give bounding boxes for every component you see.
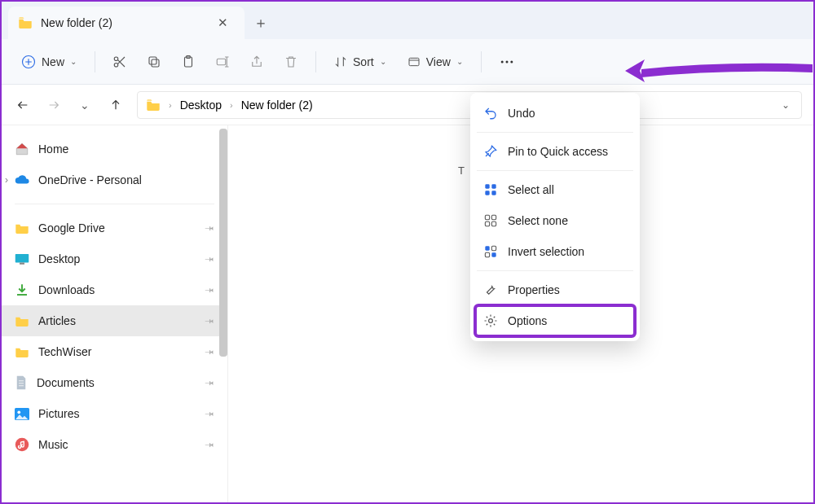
sidebar-item-documents[interactable]: Documents 📌︎ — [2, 367, 227, 398]
forward-button[interactable] — [44, 95, 64, 115]
breadcrumb-item[interactable]: New folder (2) — [241, 99, 313, 112]
rename-button[interactable] — [208, 50, 237, 74]
separator — [95, 51, 95, 72]
svg-rect-7 — [217, 59, 226, 65]
pin-icon: 📌︎ — [202, 437, 217, 452]
menu-item-select-none[interactable]: Select none — [475, 205, 635, 236]
svg-rect-18 — [491, 184, 496, 188]
sort-label: Sort — [353, 55, 374, 68]
view-button[interactable]: View ⌄ — [399, 50, 471, 73]
separator — [481, 51, 482, 72]
breadcrumb-item[interactable]: Desktop — [180, 99, 222, 112]
cut-button[interactable] — [105, 50, 134, 74]
sort-button[interactable]: Sort ⌄ — [326, 50, 394, 73]
select-none-icon — [483, 213, 498, 228]
chevron-down-icon: ⌄ — [70, 57, 77, 66]
menu-item-properties[interactable]: Properties — [475, 274, 635, 305]
folder-icon — [15, 346, 29, 357]
sidebar: Home OneDrive - Personal Google Drive 📌︎… — [2, 125, 228, 502]
copy-button[interactable] — [139, 50, 169, 74]
svg-rect-3 — [152, 59, 159, 67]
svg-point-10 — [505, 60, 508, 63]
sidebar-item-onedrive[interactable]: OneDrive - Personal — [2, 164, 227, 195]
svg-rect-8 — [409, 58, 419, 65]
back-button[interactable] — [13, 95, 33, 115]
sidebar-item-label: Music — [38, 438, 68, 451]
up-button[interactable] — [106, 95, 126, 115]
music-icon — [15, 437, 29, 452]
desktop-icon — [15, 253, 29, 265]
menu-item-label: Select none — [508, 214, 568, 227]
address-dropdown-button[interactable]: ⌄ — [778, 96, 793, 114]
chevron-down-icon: ⌄ — [456, 57, 463, 66]
svg-point-9 — [500, 60, 503, 63]
sidebar-item-label: Downloads — [38, 283, 95, 296]
home-icon — [15, 142, 29, 156]
pin-icon: 📌︎ — [202, 283, 217, 297]
cloud-icon — [15, 175, 29, 185]
sidebar-item-techwiser[interactable]: TechWiser 📌︎ — [2, 336, 227, 367]
folder-icon — [18, 17, 33, 28]
separator — [477, 270, 633, 271]
pin-icon: 📌︎ — [202, 406, 217, 421]
svg-rect-22 — [491, 215, 496, 219]
svg-rect-27 — [485, 252, 489, 256]
sidebar-item-label: Documents — [37, 376, 95, 389]
sidebar-item-desktop[interactable]: Desktop 📌︎ — [2, 243, 227, 274]
sidebar-item-articles[interactable]: Articles 📌︎ — [2, 305, 227, 336]
sidebar-item-downloads[interactable]: Downloads 📌︎ — [2, 274, 227, 305]
menu-item-pin[interactable]: Pin to Quick access — [475, 136, 635, 167]
more-menu: Undo Pin to Quick access Select all Sele… — [470, 93, 640, 341]
chevron-down-icon: ⌄ — [80, 99, 90, 112]
paste-button[interactable] — [174, 50, 203, 74]
sort-icon — [334, 55, 347, 68]
sidebar-item-music[interactable]: Music 📌︎ — [2, 429, 227, 460]
clipboard-icon — [181, 55, 196, 69]
folder-icon — [15, 315, 29, 327]
sidebar-item-pictures[interactable]: Pictures 📌︎ — [2, 398, 227, 429]
more-button[interactable] — [491, 49, 522, 75]
new-button[interactable]: New ⌄ — [13, 50, 85, 74]
download-icon — [15, 283, 29, 297]
pin-icon: 📌︎ — [202, 344, 217, 359]
recent-button[interactable]: ⌄ — [75, 95, 95, 115]
plus-circle-icon — [21, 55, 36, 69]
share-button[interactable] — [242, 50, 271, 74]
sidebar-scrollbar[interactable] — [219, 129, 227, 357]
chevron-right-icon: › — [230, 100, 233, 110]
menu-item-label: Undo — [508, 107, 535, 120]
menu-item-label: Invert selection — [508, 245, 584, 258]
new-tab-button[interactable]: ＋ — [244, 7, 277, 39]
sidebar-item-home[interactable]: Home — [2, 134, 227, 164]
menu-item-options[interactable]: Options — [475, 305, 635, 336]
view-label: View — [426, 55, 451, 68]
chevron-right-icon: › — [169, 100, 172, 110]
copy-icon — [147, 55, 161, 69]
menu-item-invert[interactable]: Invert selection — [475, 236, 635, 267]
document-icon — [15, 375, 28, 390]
svg-rect-17 — [485, 184, 489, 188]
close-tab-button[interactable]: ✕ — [211, 12, 235, 33]
nav-row: ⌄ › Desktop › New folder (2) ⌄ — [2, 85, 813, 125]
trash-icon — [284, 55, 298, 69]
gear-icon — [483, 313, 498, 328]
address-bar[interactable]: › Desktop › New folder (2) ⌄ — [137, 91, 802, 119]
tab-title: New folder (2) — [41, 16, 112, 29]
sidebar-item-label: Home — [38, 142, 68, 156]
menu-item-undo[interactable]: Undo — [475, 98, 635, 129]
sidebar-item-google-drive[interactable]: Google Drive 📌︎ — [2, 213, 227, 243]
sidebar-item-label: Articles — [38, 314, 76, 327]
arrow-left-icon — [16, 99, 29, 112]
svg-rect-20 — [491, 191, 496, 195]
svg-rect-26 — [491, 246, 496, 250]
delete-button[interactable] — [276, 50, 306, 74]
svg-rect-28 — [491, 252, 496, 256]
invert-icon — [483, 244, 498, 259]
separator — [477, 170, 633, 171]
scissors-icon — [112, 55, 127, 69]
tab-new-folder[interactable]: New folder (2) ✕ — [8, 7, 244, 39]
separator — [15, 204, 214, 204]
menu-item-select-all[interactable]: Select all — [475, 174, 635, 205]
svg-point-15 — [17, 410, 20, 414]
svg-rect-23 — [485, 221, 489, 226]
